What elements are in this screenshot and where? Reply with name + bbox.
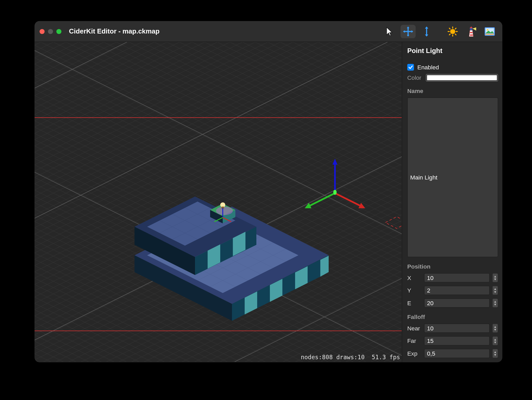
falloff-far-stepper[interactable]: ▲▼ [492,336,498,345]
svg-point-106 [333,190,337,195]
falloff-near-stepper[interactable]: ▲▼ [492,324,498,333]
close-icon[interactable] [40,29,44,34]
sun-icon [447,26,458,37]
elevation-tool-button[interactable] [419,25,434,38]
position-x-label: X [407,275,421,281]
status-bar: nodes:808 draws:10 51.3 fps [301,354,400,361]
falloff-exp-field[interactable]: 0,5 [424,349,490,358]
lighthouse-icon [466,26,476,37]
enabled-label: Enabled [417,64,439,71]
svg-rect-14 [470,28,472,30]
falloff-far-field[interactable]: 15 [424,336,490,345]
color-value [427,75,497,80]
falloff-far-row: Far 15 ▲▼ [407,336,498,345]
falloff-near-label: Near [407,325,421,332]
name-value: Main Light [410,174,438,181]
inspector-panel: Point Light Enabled Color Name Main [402,42,502,362]
window-title: CiderKit Editor - map.ckmap [69,28,159,35]
svg-point-17 [487,29,488,30]
position-y-stepper[interactable]: ▲▼ [492,286,498,295]
falloff-section-label: Falloff [407,314,498,320]
falloff-far-label: Far [407,337,421,344]
editor-body: nodes:808 draws:10 51.3 fps Point Light … [35,42,502,362]
svg-rect-13 [470,34,473,36]
move-icon [403,26,413,37]
window-controls [40,29,61,34]
color-label: Color [407,74,422,81]
enabled-row[interactable]: Enabled [407,64,498,71]
svg-rect-18 [485,34,494,35]
name-field[interactable]: Main Light [407,97,498,257]
falloff-exp-row: Exp 0,5 ▲▼ [407,349,498,358]
scene-canvas [35,42,402,362]
name-section-label: Name [407,88,498,94]
sprite-browser-button[interactable] [482,25,497,38]
svg-rect-12 [470,32,472,33]
position-e-stepper[interactable]: ▲▼ [492,298,498,308]
position-y-label: Y [407,287,421,294]
svg-line-10 [455,28,456,29]
titlebar: CiderKit Editor - map.ckmap [35,21,502,42]
svg-rect-20 [35,42,402,362]
move-tool-button[interactable] [400,25,416,38]
position-y-row: Y 2 ▲▼ [407,286,498,295]
color-row: Color [407,74,498,82]
vertical-arrows-icon [423,26,430,37]
svg-line-8 [449,28,450,29]
position-x-field[interactable]: 10 [424,273,490,283]
svg-line-9 [455,34,456,35]
viewport[interactable]: nodes:808 draws:10 51.3 fps [35,42,402,362]
position-e-label: E [407,300,421,306]
svg-line-11 [449,34,450,35]
falloff-near-row: Near 10 ▲▼ [407,324,498,333]
editor-window: CiderKit Editor - map.ckmap [35,21,502,362]
toolbar [382,25,497,38]
lighthouse-tool-button[interactable] [464,25,479,38]
falloff-exp-label: Exp [407,350,421,357]
position-e-row: E 20 ▲▼ [407,298,498,308]
picture-icon [484,27,495,36]
maximize-icon[interactable] [56,29,61,34]
select-tool-button[interactable] [382,25,397,38]
sun-tool-button[interactable] [445,25,460,38]
falloff-near-field[interactable]: 10 [424,324,490,333]
check-icon [408,65,413,70]
svg-point-3 [450,29,455,34]
position-x-row: X 10 ▲▼ [407,273,498,283]
falloff-exp-stepper[interactable]: ▲▼ [492,349,498,358]
enabled-checkbox[interactable] [407,64,414,71]
color-swatch[interactable] [426,74,498,82]
position-section-label: Position [407,263,498,270]
position-e-field[interactable]: 20 [424,298,490,308]
cursor-icon [385,26,394,36]
position-x-stepper[interactable]: ▲▼ [492,273,498,283]
position-y-field[interactable]: 2 [424,286,490,295]
panel-title: Point Light [407,47,498,55]
minimize-icon[interactable] [48,29,53,34]
svg-point-97 [216,206,233,215]
